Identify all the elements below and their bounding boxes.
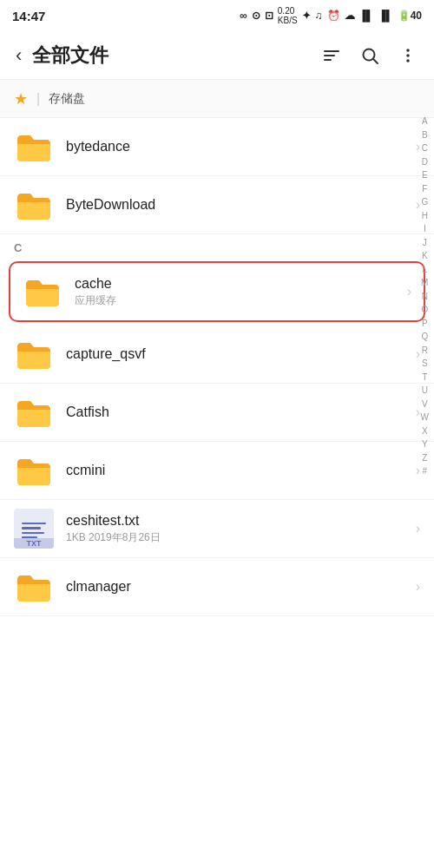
signal1-icon: ▐▌ bbox=[359, 10, 374, 22]
section-header: C bbox=[0, 234, 434, 258]
svg-point-7 bbox=[406, 59, 410, 62]
alpha-e[interactable]: E bbox=[419, 168, 431, 182]
star-icon: ★ bbox=[14, 89, 28, 108]
bluetooth-icon: ✦ bbox=[302, 10, 311, 22]
alpha-m[interactable]: M bbox=[418, 276, 431, 290]
alpha-s[interactable]: S bbox=[419, 357, 431, 371]
file-info: capture_qsvf bbox=[66, 346, 409, 362]
list-item-cache[interactable]: cache 应用缓存 › bbox=[9, 261, 425, 322]
alpha-p[interactable]: P bbox=[419, 317, 431, 331]
file-sub: 1KB 2019年8月26日 bbox=[66, 530, 409, 545]
alarm-icon: ⏰ bbox=[327, 10, 340, 22]
app-bar-actions bbox=[314, 38, 425, 73]
file-info: bytedance bbox=[66, 139, 409, 155]
alpha-c[interactable]: C bbox=[419, 141, 431, 155]
alpha-v[interactable]: V bbox=[419, 398, 431, 411]
alpha-j[interactable]: J bbox=[420, 236, 430, 250]
list-item[interactable]: Catfish › bbox=[0, 384, 434, 442]
chevron-icon: › bbox=[416, 579, 420, 595]
file-info: cache 应用缓存 bbox=[75, 276, 400, 308]
alpha-n[interactable]: N bbox=[419, 290, 431, 304]
record-icon: ⊙ bbox=[252, 10, 260, 22]
page-title: 全部文件 bbox=[32, 43, 314, 69]
battery-icon: 🔋40 bbox=[398, 10, 422, 22]
data-speed: 0.20KB/S bbox=[278, 6, 298, 25]
folder-icon bbox=[14, 185, 54, 225]
svg-point-6 bbox=[406, 54, 410, 57]
file-info: ByteDownload bbox=[66, 197, 409, 213]
alpha-b[interactable]: B bbox=[419, 128, 431, 142]
svg-line-4 bbox=[373, 59, 378, 63]
infinite-icon: ∞ bbox=[240, 10, 247, 22]
list-item[interactable]: bytedance › bbox=[0, 118, 434, 176]
alpha-y[interactable]: Y bbox=[419, 437, 431, 451]
file-name: ByteDownload bbox=[66, 197, 409, 213]
file-name: cache bbox=[75, 276, 400, 292]
file-name: ceshitest.txt bbox=[66, 513, 409, 529]
alpha-f[interactable]: F bbox=[419, 182, 430, 196]
alpha-d[interactable]: D bbox=[419, 155, 431, 169]
file-info: Catfish bbox=[66, 404, 409, 420]
file-info: clmanager bbox=[66, 579, 409, 595]
alpha-t[interactable]: T bbox=[419, 371, 430, 385]
folder-icon bbox=[23, 272, 62, 312]
chevron-icon: › bbox=[416, 521, 420, 536]
app-bar: ‹ 全部文件 bbox=[0, 31, 434, 80]
list-item[interactable]: ByteDownload › bbox=[0, 176, 434, 234]
more-button[interactable] bbox=[391, 38, 425, 73]
status-icons: ∞ ⊙ ⊡ 0.20KB/S ✦ ♫ ⏰ ☁ ▐▌ ▐▌ 🔋40 bbox=[240, 6, 422, 25]
alpha-h[interactable]: H bbox=[419, 209, 431, 223]
file-list: bytedance › ByteDownload › C cache 应用缓存 bbox=[0, 118, 434, 616]
file-sub: 应用缓存 bbox=[75, 293, 400, 308]
folder-icon bbox=[14, 127, 54, 167]
alpha-l[interactable]: L bbox=[419, 263, 430, 277]
alpha-x[interactable]: X bbox=[419, 424, 431, 438]
alpha-q[interactable]: Q bbox=[418, 330, 431, 344]
alpha-z[interactable]: Z bbox=[419, 451, 430, 465]
headphone-icon: ♫ bbox=[315, 10, 323, 22]
folder-icon bbox=[14, 334, 54, 374]
wifi-icon: ☁ bbox=[345, 10, 355, 22]
chevron-icon: › bbox=[407, 284, 411, 299]
screen-icon: ⊡ bbox=[265, 10, 273, 22]
breadcrumb-text[interactable]: 存储盘 bbox=[49, 91, 85, 107]
alpha-k[interactable]: K bbox=[419, 249, 431, 263]
file-name: capture_qsvf bbox=[66, 346, 409, 362]
breadcrumb: ★ | 存储盘 bbox=[0, 80, 434, 118]
list-item[interactable]: clmanager › bbox=[0, 558, 434, 616]
alpha-w[interactable]: W bbox=[418, 411, 431, 424]
file-info: ccmini bbox=[66, 463, 409, 478]
signal2-icon: ▐▌ bbox=[378, 10, 393, 22]
alpha-u[interactable]: U bbox=[419, 384, 431, 398]
file-info: ceshitest.txt 1KB 2019年8月26日 bbox=[66, 513, 409, 545]
status-bar: 14:47 ∞ ⊙ ⊡ 0.20KB/S ✦ ♫ ⏰ ☁ ▐▌ ▐▌ 🔋40 bbox=[0, 0, 434, 31]
sort-button[interactable] bbox=[314, 38, 349, 73]
alpha-a[interactable]: A bbox=[419, 115, 431, 128]
back-button[interactable]: ‹ bbox=[9, 37, 29, 74]
list-item[interactable]: ccmini › bbox=[0, 442, 434, 500]
folder-icon bbox=[14, 450, 54, 490]
folder-icon bbox=[14, 567, 54, 607]
alpha-o[interactable]: O bbox=[418, 303, 431, 317]
file-name: bytedance bbox=[66, 139, 409, 155]
breadcrumb-divider: | bbox=[36, 91, 40, 107]
alpha-r[interactable]: R bbox=[419, 344, 431, 358]
svg-point-5 bbox=[406, 49, 410, 52]
search-button[interactable] bbox=[352, 38, 387, 73]
alpha-hash[interactable]: # bbox=[419, 464, 430, 478]
list-item[interactable]: capture_qsvf › bbox=[0, 326, 434, 384]
txt-file-icon: TXT bbox=[14, 509, 54, 549]
alpha-sidebar: A B C D E F G H I J K L M N O P Q R S T … bbox=[416, 113, 434, 480]
file-name: clmanager bbox=[66, 579, 409, 595]
alpha-i[interactable]: I bbox=[421, 222, 429, 236]
list-item[interactable]: TXT ceshitest.txt 1KB 2019年8月26日 › bbox=[0, 500, 434, 558]
folder-icon bbox=[14, 392, 54, 432]
alpha-g[interactable]: G bbox=[418, 195, 431, 209]
file-name: ccmini bbox=[66, 463, 409, 478]
status-time: 14:47 bbox=[12, 9, 45, 23]
file-name: Catfish bbox=[66, 404, 409, 420]
